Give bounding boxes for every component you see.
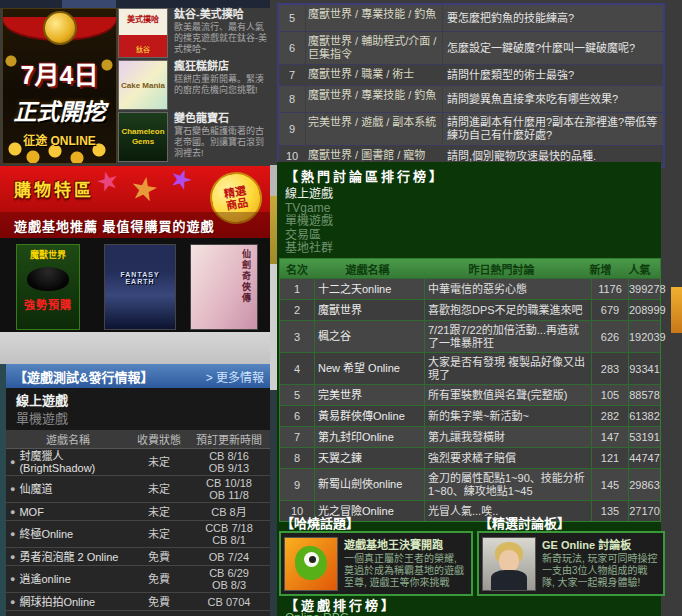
gamebase-mascot-icon — [284, 537, 338, 591]
board-link[interactable]: 魔獸世界 / 專業技能 / 釣魚 — [305, 86, 442, 112]
featured-board-body: 新奇玩法, 玩家可同時操控一支由3位人物組成的戰隊, 大家一起親身體驗! — [542, 553, 660, 589]
ranking-row: 3 楓之谷 7/21跟7/22的加倍活動...再造就了一堆暴肝狂 626 192… — [280, 320, 660, 352]
product-fantasy-earth-box[interactable]: FANTASY EARTH — [104, 244, 176, 330]
rank-number: 7 — [280, 427, 314, 447]
topic-link[interactable]: 大家是否有發現 複製品好像又出現了 — [424, 353, 591, 384]
ge-character-icon — [482, 537, 536, 591]
gutter-sliver — [270, 165, 277, 196]
table-row: ● MOF 未定 CB 8月 — [6, 503, 270, 521]
bullet-icon: ● — [10, 529, 15, 539]
topic-link[interactable]: 喜歡抱怨DPS不足的職業進來吧 — [424, 300, 591, 320]
board-link[interactable]: 魔獸世界 / 專業技能 / 釣魚 — [305, 5, 442, 31]
game-link[interactable]: 第九封印Online — [314, 427, 424, 447]
rank-number: 9 — [280, 469, 314, 500]
topic-link[interactable]: 第九讓我發橫財 — [424, 427, 591, 447]
ad-item-cake-shop[interactable]: Cake Mania 瘋狂糕餅店 糕餅店重新開幕。緊湊的廚房危機向您挑戰! — [118, 60, 270, 110]
forum-question-table: 5 魔獸世界 / 專業技能 / 釣魚 要怎麼把釣魚的技能練高? 6 魔獸世界 /… — [277, 3, 665, 168]
product-label: 魔獸世界 — [17, 248, 79, 261]
board-link[interactable]: 完美世界 / 遊戲 / 副本系統 — [305, 113, 442, 145]
question-link[interactable]: 請問進副本有什麼用?副本在那裡進?帶低等練功自己有什麼好處? — [442, 113, 663, 145]
topic-link[interactable]: 中華電信的惡劣心態 — [424, 279, 591, 299]
hot-topic-title-link[interactable]: 遊戲基地王決賽開跑 — [344, 539, 468, 552]
game-name-cell[interactable]: ● 封魔獵人(BrightShadow) — [6, 449, 130, 475]
product-wow-box[interactable]: 魔獸世界 強勢預購 — [16, 244, 80, 330]
board-link[interactable]: 魔獸世界 / 職業 / 術士 — [305, 65, 442, 85]
testinfo-tab-online-games[interactable]: 線上遊戲 — [16, 390, 68, 409]
game-name-cell[interactable]: ● 逍遙online — [6, 566, 130, 592]
ranking-table-header: 名次 遊戲名稱 昨日熱門討論 新增 人氣 — [280, 259, 660, 278]
gutter-sliver — [270, 264, 277, 390]
testinfo-table: 遊戲名稱 收費狀態 預訂更新時間 ● 封魔獵人(BrightShadow) 未定… — [6, 430, 270, 616]
treasure-coin-icon — [43, 11, 77, 45]
category-link-trade[interactable]: 交易區 — [285, 229, 333, 243]
topic-link[interactable]: 所有軍裝數值與名聲(完整版) — [424, 385, 591, 405]
bullet-icon: ● — [10, 597, 15, 607]
ad-title[interactable]: 變色龍寶石 — [174, 112, 270, 125]
game-name-cell[interactable]: ● 仙魔道 — [6, 476, 130, 502]
table-row: ● 仙魔道 未定 CB 10/18OB 11/8 — [6, 476, 270, 503]
zhengtu-online-banner-ad[interactable]: 7月4日 正式開挖 征途 ONLINE — [2, 8, 117, 164]
game-name-cell[interactable]: ● S4 Online — [6, 611, 130, 616]
game-link[interactable]: 完美世界 — [314, 385, 424, 405]
gutter-sliver — [270, 390, 277, 616]
product-label: FANTASY EARTH — [105, 271, 175, 285]
category-link-online-games[interactable]: 線上遊戲 — [285, 188, 333, 202]
question-rank: 8 — [279, 86, 305, 112]
question-row: 9 完美世界 / 遊戲 / 副本系統 請問進副本有什麼用?副本在那裡進?帶低等練… — [279, 113, 663, 146]
topic-link[interactable]: 新的集字樂~新活動~ — [424, 406, 591, 426]
featured-board-header: 【精選討論板】 — [479, 513, 570, 532]
badge-line2: 商品 — [225, 196, 249, 212]
game-link[interactable]: 天翼之鍊 — [314, 448, 424, 468]
rank-number: 3 — [280, 321, 314, 352]
game-link[interactable]: New 希望 Online — [314, 353, 424, 384]
col-rank: 名次 — [280, 259, 314, 278]
category-link-community[interactable]: 基地社群 — [285, 242, 333, 256]
ad-body: 歐美最流行、最有人氣的撲克遊戲就在鈦谷-美式撲哈~ — [174, 22, 270, 55]
ranking-row: 8 天翼之鍊 強烈要求橘子賠償 121 44747 — [280, 447, 660, 468]
testinfo-tab-pc-games[interactable]: 單機遊戲 — [16, 408, 68, 427]
game-name-cell[interactable]: ● 勇者泡泡龍 2 Online — [6, 548, 130, 565]
game-name-cell[interactable]: ● 終極Online — [6, 521, 130, 547]
question-link[interactable]: 請問變異魚直接拿來吃有哪些效果? — [442, 86, 663, 112]
game-name-cell[interactable]: ● 網球拍拍Online — [6, 593, 130, 610]
ad-item-poker[interactable]: 美式撲哈 鈦谷 鈦谷-美式撲哈 歐美最流行、最有人氣的撲克遊戲就在鈦谷-美式撲哈… — [118, 8, 270, 58]
ad-title[interactable]: 鈦谷-美式撲哈 — [174, 8, 270, 21]
topic-link[interactable]: 7/21跟7/22的加倍活動...再造就了一堆暴肝狂 — [424, 321, 591, 352]
game-link[interactable]: 楓之谷 — [314, 321, 424, 352]
category-link-pc-games[interactable]: 單機遊戲 — [285, 215, 333, 229]
gems-game-thumbnail[interactable]: Chameleon Gems — [118, 112, 168, 162]
hot-topic-box[interactable]: 遊戲基地王決賽開跑 一個真正屬於王者的榮耀, 莫過於成為稱霸基地的遊戲至尊, 遊… — [279, 531, 473, 596]
question-link[interactable]: 請問什麼類型的術士最強? — [442, 65, 663, 85]
gray-divider-strip — [0, 332, 270, 364]
ad-title[interactable]: 瘋狂糕餅店 — [174, 60, 270, 73]
more-info-link[interactable]: > 更多情報 — [206, 368, 264, 385]
poker-game-thumbnail[interactable]: 美式撲哈 鈦谷 — [118, 8, 168, 58]
col-fee-status: 收費狀態 — [130, 430, 188, 448]
popularity-count: 399278 — [628, 279, 666, 299]
shopping-zone-banner[interactable]: 購物特區 ★ ★ ★ 精選 商品 遊戲基地推薦 最值得購買的遊戲 — [0, 166, 270, 238]
game-ranking-link-online-rpg[interactable]: Online RPG — [285, 611, 349, 616]
question-link[interactable]: 要怎麼把釣魚的技能練高? — [442, 5, 663, 31]
update-time: CB 8月 — [211, 506, 246, 518]
cake-game-thumbnail[interactable]: Cake Mania — [118, 60, 168, 110]
bullet-icon: ● — [10, 574, 15, 584]
game-link[interactable]: 魔獸世界 — [314, 300, 424, 320]
ad-launch-date: 7月4日 — [3, 55, 116, 91]
featured-board-title-link[interactable]: GE Online 討論板 — [542, 539, 660, 552]
table-row: ● 逍遙online 免費 CB 6/29OB 8/3 — [6, 566, 270, 593]
table-row: ● 勇者泡泡龍 2 Online 免費 OB 7/24 — [6, 548, 270, 566]
ad-item-chameleon-gems[interactable]: Chameleon Gems 變色龍寶石 寶石變色龍護衛著的古老帝國。別讓寶石滾… — [118, 112, 270, 162]
game-link[interactable]: 新蜀山劍俠online — [314, 469, 424, 500]
topic-link[interactable]: 金刀的屬性配點1~90、技能分析1~80、練攻地點1~45 — [424, 469, 591, 500]
game-link[interactable]: 黃易群俠傳Online — [314, 406, 424, 426]
featured-board-box[interactable]: GE Online 討論板 新奇玩法, 玩家可同時操控一支由3位人物組成的戰隊,… — [477, 531, 665, 596]
topic-link[interactable]: 強烈要求橘子賠償 — [424, 448, 591, 468]
game-link[interactable]: 十二之天online — [314, 279, 424, 299]
ranking-row: 5 完美世界 所有軍裝數值與名聲(完整版) 105 88578 — [280, 384, 660, 405]
question-link[interactable]: 怎麼設定一鍵破魔?什麼叫一鍵破魔呢? — [442, 32, 663, 64]
game-name-cell[interactable]: ● MOF — [6, 503, 130, 520]
category-link-tvgame[interactable]: TVgame — [285, 202, 333, 216]
col-update-time: 預訂更新時間 — [188, 430, 270, 448]
product-xianjian-box[interactable]: 仙劍奇俠傳 — [190, 244, 258, 330]
board-link[interactable]: 魔獸世界 / 輔助程式/介面 / 巨集指令 — [305, 32, 442, 64]
